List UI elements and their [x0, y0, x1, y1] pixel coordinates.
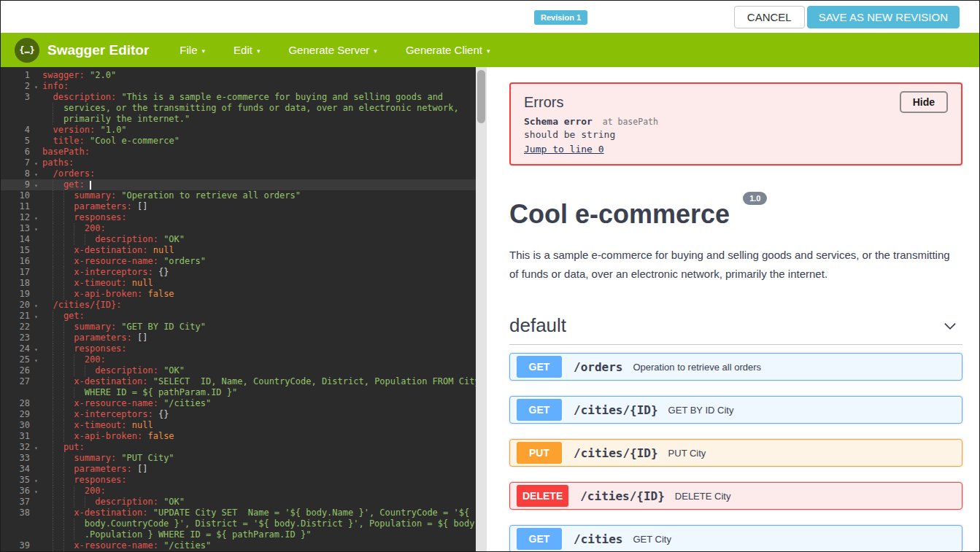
code-line[interactable]: 7▾paths: [1, 158, 487, 168]
code-line[interactable]: primarily the internet." [1, 114, 487, 125]
code-line[interactable]: 39 x-resource-name: "/cities" [1, 540, 487, 551]
jump-to-line-link[interactable]: Jump to line 0 [524, 144, 604, 155]
code-line[interactable]: 30 x-timeout: null [1, 420, 487, 431]
indent-guide [53, 311, 63, 322]
code-line[interactable]: 27 x-destination: "SELECT ID, Name, Coun… [1, 376, 487, 387]
section-header-default[interactable]: default [509, 314, 962, 345]
fold-arrow-icon[interactable]: ▾ [30, 355, 42, 366]
line-number: 11 [1, 201, 30, 212]
code-line[interactable]: 2▾info: [1, 81, 487, 92]
operation-row[interactable]: PUT/cities/{ID}PUT City [509, 439, 962, 467]
code-line[interactable]: services, or the transmitting of funds o… [1, 103, 487, 114]
code-line[interactable]: 1 swagger: "2.0" [1, 70, 487, 81]
fold-arrow-icon[interactable]: ▾ [30, 486, 42, 497]
errors-title: Errors [524, 94, 563, 111]
code-line[interactable]: 36▾ 200: [1, 486, 487, 497]
fold-arrow-icon[interactable]: ▾ [30, 158, 42, 169]
editor-scrollbar[interactable] [476, 67, 487, 552]
operation-row[interactable]: DELETE/cities/{ID}DELETE City [509, 482, 962, 510]
code-line[interactable]: 16 x-resource-name: "orders" [1, 256, 487, 267]
code-line[interactable]: 33 summary: "PUT City" [1, 453, 487, 464]
code-line[interactable]: 18 x-timeout: null [1, 278, 487, 289]
fold-gutter [30, 322, 42, 333]
fold-arrow-icon[interactable]: ▾ [30, 443, 42, 454]
fold-arrow-icon[interactable]: ▾ [30, 213, 42, 224]
code-line[interactable]: 38 x-destination: "UPDATE City SET Name … [1, 508, 487, 518]
code-line[interactable]: 13▾ 200: [1, 223, 487, 234]
menu-generate-client[interactable]: Generate Client▾ [406, 44, 490, 56]
code-line[interactable]: 3 description: "This is a sample e-comme… [1, 92, 487, 103]
api-title: Cool e-commerce 1.0 [509, 199, 962, 230]
code-line[interactable]: 24▾ responses: [1, 343, 487, 354]
line-number: 17 [1, 267, 30, 278]
operation-row[interactable]: GET/citiesGET City [509, 525, 962, 552]
indent-guide [42, 409, 53, 420]
line-number: 23 [1, 333, 30, 343]
line-number: 6 [1, 147, 30, 158]
code-line[interactable]: 11 parameters: [] [1, 201, 487, 212]
code-line[interactable]: WHERE ID = ${ pathParam.ID }" [1, 387, 487, 398]
code-line[interactable]: .Population } WHERE ID = ${ pathParam.ID… [1, 529, 487, 540]
operation-row[interactable]: GET/ordersOperation to retrieve all orde… [509, 353, 962, 381]
code-token [147, 245, 153, 255]
code-line[interactable]: 28 x-resource-name: "/cities" [1, 398, 487, 409]
editor-scrollbar-thumb[interactable] [477, 70, 485, 123]
yaml-editor[interactable]: 1 swagger: "2.0"2▾info:3 description: "T… [1, 67, 487, 552]
indent-guide [42, 223, 53, 234]
code-line[interactable]: 10 summary: "Operation to retrieve all o… [1, 190, 487, 201]
menu-generate-server[interactable]: Generate Server▾ [288, 44, 377, 56]
save-as-new-revision-button[interactable]: SAVE AS NEW REVISION [807, 6, 960, 28]
line-number: 26 [1, 365, 30, 376]
code-line[interactable]: body.CountryCode }', District = '${ body… [1, 518, 487, 529]
indent-guide [53, 387, 63, 398]
code-line[interactable]: 14 description: "OK" [1, 234, 487, 245]
code-line[interactable]: 21▾ get: [1, 311, 487, 322]
fold-arrow-icon[interactable]: ▾ [30, 475, 42, 486]
code-line[interactable]: 22 summary: "GET BY ID City" [1, 322, 487, 333]
indent-guide [53, 201, 63, 212]
fold-arrow-icon[interactable]: ▾ [30, 311, 42, 322]
code-line[interactable]: 20▾ /cities/{ID}: [1, 300, 487, 311]
fold-arrow-icon[interactable]: ▾ [30, 300, 42, 311]
fold-arrow-icon[interactable]: ▾ [30, 180, 42, 191]
code-line[interactable]: 12▾ responses: [1, 212, 487, 223]
line-number: 24 [1, 343, 30, 354]
code-line[interactable]: 37 description: "OK" [1, 497, 487, 508]
hide-errors-button[interactable]: Hide [900, 91, 948, 113]
code-line[interactable]: 4 version: "1.0" [1, 125, 487, 136]
menu-label: Generate Server [288, 44, 369, 56]
code-line[interactable]: 19 x-api-broken: false [1, 289, 487, 300]
fold-arrow-icon[interactable]: ▾ [30, 344, 42, 355]
code-line[interactable]: 35▾ responses: [1, 475, 487, 486]
line-number: 4 [1, 125, 30, 136]
code-line[interactable]: 25▾ 200: [1, 354, 487, 365]
code-line[interactable]: 9▾ get: [1, 179, 487, 190]
menu-edit[interactable]: Edit▾ [234, 44, 260, 56]
fold-arrow-icon[interactable]: ▾ [30, 169, 42, 180]
chevron-down-icon[interactable] [942, 318, 958, 334]
fold-arrow-icon[interactable]: ▾ [30, 82, 42, 93]
code-line[interactable]: 17 x-interceptors: {} [1, 267, 487, 278]
code-line[interactable]: 32▾ put: [1, 442, 487, 453]
line-number: 30 [1, 420, 30, 431]
fold-arrow-icon[interactable]: ▾ [30, 224, 42, 235]
code-line[interactable]: 15 x-destination: null [1, 245, 487, 256]
topbar-actions: CANCEL SAVE AS NEW REVISION [734, 6, 960, 28]
line-number: 31 [1, 431, 30, 442]
code-line[interactable]: 23 parameters: [] [1, 333, 487, 343]
menu-file[interactable]: File▾ [180, 44, 205, 56]
code-token: "/cities" [163, 398, 211, 408]
swagger-logo-icon: {…} [15, 38, 39, 63]
code-line[interactable]: 8▾ /orders: [1, 168, 487, 179]
code-line[interactable]: 34 parameters: [] [1, 464, 487, 475]
line-number: 35 [1, 475, 30, 486]
code-line[interactable]: 6 basePath: [1, 147, 487, 158]
code-line[interactable]: 31 x-api-broken: false [1, 431, 487, 442]
operation-row[interactable]: GET/cities/{ID}GET BY ID City [509, 396, 962, 424]
code-line[interactable]: 29 x-interceptors: {} [1, 409, 487, 420]
code-line[interactable]: 5 title: "Cool e-commerce" [1, 136, 487, 147]
cancel-button[interactable]: CANCEL [734, 6, 805, 28]
code-area[interactable]: 1 swagger: "2.0"2▾info:3 description: "T… [1, 67, 487, 552]
code-line[interactable]: 26 description: "OK" [1, 365, 487, 376]
indent-guide [85, 234, 95, 245]
